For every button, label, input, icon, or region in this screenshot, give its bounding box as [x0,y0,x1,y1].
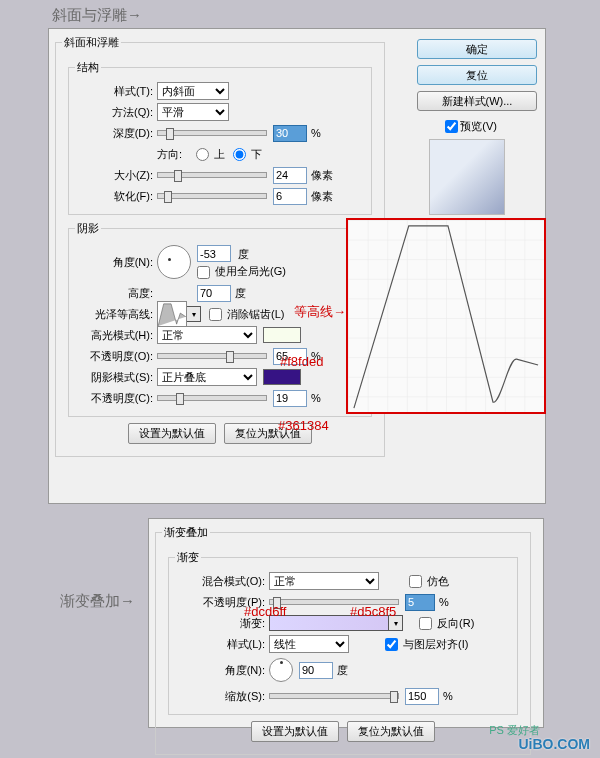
reset-button[interactable]: 复位 [417,65,537,85]
shadow-title: 阴影 [75,221,101,236]
grad-scale-input[interactable] [405,688,439,705]
shadow-mode-select[interactable]: 正片叠底 [157,368,257,386]
grad-style-label: 样式(L): [175,637,265,652]
blend-mode-label: 混合模式(O): [175,574,265,589]
soften-input[interactable] [273,188,307,205]
gloss-contour-picker[interactable] [157,301,187,327]
highlight-mode-label: 高光模式(H): [75,328,153,343]
blend-mode-select[interactable]: 正常 [269,572,379,590]
gloss-contour-label: 光泽等高线: [75,307,153,322]
style-select[interactable]: 内斜面 [157,82,229,100]
method-label: 方法(Q): [75,105,153,120]
preview-label: 预览(V) [460,119,497,134]
ok-button[interactable]: 确定 [417,39,537,59]
dir-down-radio[interactable]: 下 [233,147,262,162]
grad-style-select[interactable]: 线性 [269,635,349,653]
altitude-input[interactable] [197,285,231,302]
method-select[interactable]: 平滑 [157,103,229,121]
gradient-inner-fieldset: 渐变 混合模式(O): 正常 仿色 不透明度(P): % 渐变: ▾ 反向(R)… [168,550,518,715]
align-checkbox[interactable]: 与图层对齐(I) [385,637,468,652]
shadow-mode-label: 阴影模式(S): [75,370,153,385]
shadow-color-swatch[interactable] [263,369,301,385]
highlight-color-swatch[interactable] [263,327,301,343]
direction-label: 方向: [157,147,182,162]
preview-swatch [429,139,505,215]
size-input[interactable] [273,167,307,184]
structure-fieldset: 结构 样式(T): 内斜面 方法(Q): 平滑 深度(D): % 方向: 上 下 [68,60,372,215]
structure-title: 结构 [75,60,101,75]
grad-right-annotation: #d5c8f5 [350,604,396,619]
grad-reset-default-button[interactable]: 复位为默认值 [347,721,435,742]
style-label: 样式(T): [75,84,153,99]
gradient-fieldset: 渐变叠加 渐变 混合模式(O): 正常 仿色 不透明度(P): % 渐变: ▾ … [155,525,531,755]
preview-checkbox-row: 预览(V) [445,119,497,134]
grad-scale-label: 缩放(S): [175,689,265,704]
antialias-checkbox[interactable]: 消除锯齿(L) [209,307,285,322]
grad-set-default-button[interactable]: 设置为默认值 [251,721,339,742]
soften-label: 软化(F): [75,189,153,204]
global-light-checkbox[interactable]: 使用全局光(G) [197,265,286,277]
gradient-overlay-panel: 渐变叠加 渐变 混合模式(O): 正常 仿色 不透明度(P): % 渐变: ▾ … [148,518,544,728]
watermark: UiBO.COM [518,736,590,752]
bevel-fieldset: 斜面和浮雕 结构 样式(T): 内斜面 方法(Q): 平滑 深度(D): % 方… [55,35,385,457]
size-unit: 像素 [311,168,333,183]
size-slider[interactable] [157,172,267,178]
grad-angle-dial[interactable] [269,658,293,682]
set-default-button[interactable]: 设置为默认值 [128,423,216,444]
gradient-overlay-outer-label: 渐变叠加→ [60,592,135,611]
angle-dial[interactable] [157,245,191,279]
grad-scale-slider[interactable] [269,693,399,699]
dither-checkbox[interactable]: 仿色 [409,574,449,589]
shadow-opacity-label: 不透明度(C): [75,391,153,406]
size-label: 大小(Z): [75,168,153,183]
shadow-color-annotation: #361384 [278,418,329,433]
grad-angle-input[interactable] [299,662,333,679]
highlight-opacity-slider[interactable] [157,353,267,359]
dir-up-radio[interactable]: 上 [196,147,225,162]
contour-graph-overlay [346,218,546,414]
highlight-color-annotation: #f8fded [280,354,323,369]
gradient-title: 渐变叠加 [162,525,210,540]
contour-annotation: 等高线→ [294,303,346,321]
bevel-title: 斜面和浮雕 [62,35,121,50]
bevel-emboss-outer-label: 斜面与浮雕→ [52,6,142,25]
grad-angle-label: 角度(N): [175,663,265,678]
shadow-opacity-input[interactable] [273,390,307,407]
grad-left-annotation: #dcd6ff [244,604,286,619]
depth-input[interactable] [273,125,307,142]
angle-label: 角度(N): [75,255,153,270]
grad-opacity-input[interactable] [405,594,435,611]
soften-unit: 像素 [311,189,333,204]
depth-slider[interactable] [157,130,267,136]
reverse-checkbox[interactable]: 反向(R) [419,616,474,631]
svg-rect-0 [348,220,544,412]
depth-label: 深度(D): [75,126,153,141]
soften-slider[interactable] [157,193,267,199]
shadow-opacity-slider[interactable] [157,395,267,401]
highlight-opacity-label: 不透明度(O): [75,349,153,364]
preview-checkbox[interactable] [445,120,458,133]
gradient-sub: 渐变 [175,550,201,565]
depth-unit: % [311,127,321,139]
altitude-label: 高度: [75,286,153,301]
new-style-button[interactable]: 新建样式(W)... [417,91,537,111]
angle-input[interactable] [197,245,231,262]
highlight-mode-select[interactable]: 正常 [157,326,257,344]
chevron-down-icon[interactable]: ▾ [187,306,201,322]
